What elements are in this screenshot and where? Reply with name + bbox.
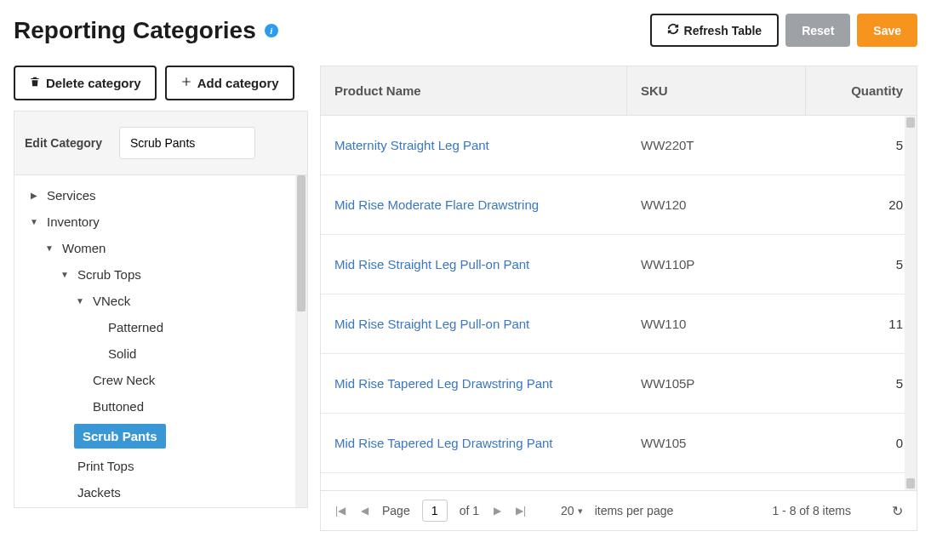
tree-item-services[interactable]: ▶Services bbox=[20, 182, 307, 209]
tree-item-label: Print Tops bbox=[74, 457, 137, 475]
product-sku: WW110P bbox=[627, 235, 806, 294]
caret-none bbox=[60, 432, 69, 441]
items-per-page-label: items per page bbox=[595, 504, 674, 517]
grid-scroll-up-icon[interactable] bbox=[906, 117, 915, 128]
tree-item-scrub-dresses[interactable]: Scrub Dresses bbox=[20, 506, 307, 507]
caret-down-icon[interactable]: ▼ bbox=[76, 297, 84, 306]
product-sku: WW105P bbox=[627, 354, 806, 413]
product-qty: 5 bbox=[806, 235, 917, 294]
tree-item-inventory[interactable]: ▼Inventory bbox=[20, 209, 307, 235]
page-label: Page bbox=[382, 504, 410, 517]
save-button[interactable]: Save bbox=[857, 14, 917, 47]
grid-header: Product Name SKU Quantity bbox=[321, 66, 917, 116]
table-row: Mid Rise Straight Leg Pull-on PantWW1101… bbox=[321, 294, 917, 354]
tree-item-scrub-tops[interactable]: ▼Scrub Tops bbox=[20, 261, 307, 288]
info-icon[interactable]: i bbox=[265, 24, 278, 37]
refresh-table-button[interactable]: Refresh Table bbox=[650, 14, 780, 47]
product-sku: WW120 bbox=[627, 175, 806, 234]
chevron-down-icon: ▾ bbox=[578, 506, 583, 517]
tree-item-print-tops[interactable]: Print Tops bbox=[20, 453, 307, 479]
header-actions: Refresh Table Reset Save bbox=[650, 14, 917, 47]
page-of: of 1 bbox=[460, 504, 479, 517]
tree-item-label: Scrub Pants bbox=[74, 424, 166, 449]
delete-category-button[interactable]: Delete category bbox=[14, 66, 157, 100]
tree-item-solid[interactable]: Solid bbox=[20, 340, 307, 367]
page-title-text: Reporting Categories bbox=[14, 17, 256, 44]
page-size-value: 20 bbox=[561, 504, 574, 517]
product-qty: 5 bbox=[806, 354, 917, 413]
tree-scrollbar[interactable] bbox=[295, 175, 307, 507]
tree-scroll-thumb[interactable] bbox=[297, 175, 306, 311]
tree-item-label: VNeck bbox=[89, 292, 134, 310]
tree-item-label: Jackets bbox=[74, 483, 124, 501]
tree-item-jackets[interactable]: Jackets bbox=[20, 479, 307, 506]
product-sku: WW110 bbox=[627, 294, 806, 353]
caret-down-icon[interactable]: ▼ bbox=[60, 271, 69, 279]
product-qty: 11 bbox=[806, 294, 917, 353]
tree-item-scrub-pants[interactable]: Scrub Pants bbox=[20, 420, 307, 453]
left-panel: Edit Category ▶Services▼Inventory▼Women▼… bbox=[14, 111, 308, 508]
col-product-name[interactable]: Product Name bbox=[321, 66, 627, 115]
table-row: Mid Rise Straight Leg Pull-on PantWW110P… bbox=[321, 235, 917, 294]
product-name-link[interactable]: Mid Rise Straight Leg Pull-on Pant bbox=[321, 294, 627, 353]
tree-item-crew-neck[interactable]: Crew Neck bbox=[20, 367, 307, 393]
edit-category-label: Edit Category bbox=[25, 136, 102, 150]
reset-button[interactable]: Reset bbox=[785, 14, 850, 47]
pager-summary: 1 - 8 of 8 items bbox=[772, 504, 851, 517]
product-name-link[interactable]: Mid Rise Tapered Leg Drawstring Pant bbox=[321, 354, 627, 413]
caret-down-icon[interactable]: ▼ bbox=[30, 218, 38, 226]
refresh-label: Refresh Table bbox=[684, 24, 763, 37]
tree-item-patterned[interactable]: Patterned bbox=[20, 314, 307, 340]
grid-scroll-down-icon[interactable] bbox=[906, 478, 915, 489]
col-quantity[interactable]: Quantity bbox=[806, 66, 917, 115]
edit-category-row: Edit Category bbox=[14, 111, 307, 175]
product-name-link[interactable]: Mid Rise Tapered Leg Drawstring Pant bbox=[321, 414, 627, 472]
category-tree: ▶Services▼Inventory▼Women▼Scrub Tops▼VNe… bbox=[14, 175, 307, 507]
caret-none bbox=[76, 376, 84, 385]
edit-category-input[interactable] bbox=[119, 127, 255, 159]
tree-item-label: Solid bbox=[105, 345, 140, 363]
caret-none bbox=[60, 462, 69, 471]
product-name-link[interactable]: Maternity Straight Leg Pant bbox=[321, 116, 627, 174]
add-category-label: Add category bbox=[197, 76, 279, 90]
tree-item-label: Inventory bbox=[43, 213, 103, 231]
page-next-icon[interactable]: ▶ bbox=[491, 505, 503, 517]
pager: |◀ ◀ Page of 1 ▶ ▶| 20 ▾ items per page … bbox=[321, 490, 917, 530]
tree-item-women[interactable]: ▼Women bbox=[20, 235, 307, 261]
col-sku[interactable]: SKU bbox=[627, 66, 806, 115]
page-last-icon[interactable]: ▶| bbox=[515, 505, 527, 517]
tree-item-label: Patterned bbox=[105, 318, 167, 336]
page-first-icon[interactable]: |◀ bbox=[334, 505, 346, 517]
delete-category-label: Delete category bbox=[46, 76, 141, 90]
add-category-button[interactable]: Add category bbox=[165, 66, 294, 100]
product-name-link[interactable]: Mid Rise Straight Leg Pull-on Pant bbox=[321, 235, 627, 294]
caret-down-icon[interactable]: ▼ bbox=[45, 244, 54, 253]
table-row: Mid Rise Moderate Flare DrawstringWW1202… bbox=[321, 175, 917, 235]
tree-item-label: Crew Neck bbox=[89, 371, 158, 389]
caret-none bbox=[91, 323, 100, 332]
product-name-link[interactable]: Mid Rise Moderate Flare Drawstring bbox=[321, 175, 627, 234]
product-sku: WW105 bbox=[627, 414, 806, 472]
caret-right-icon[interactable]: ▶ bbox=[30, 191, 38, 200]
product-grid: Product Name SKU Quantity Maternity Stra… bbox=[320, 66, 917, 531]
reload-icon[interactable]: ↻ bbox=[892, 503, 903, 519]
caret-none bbox=[60, 489, 69, 497]
table-row: Mid Rise Tapered Leg Drawstring PantWW10… bbox=[321, 354, 917, 414]
page-prev-icon[interactable]: ◀ bbox=[358, 505, 370, 517]
product-qty: 20 bbox=[806, 175, 917, 234]
table-row: Maternity Straight Leg PantWW220T5 bbox=[321, 116, 917, 175]
grid-body: Maternity Straight Leg PantWW220T5Mid Ri… bbox=[321, 116, 917, 473]
page-input[interactable] bbox=[422, 500, 448, 522]
category-toolbar: Delete category Add category bbox=[14, 66, 308, 100]
tree-item-label: Services bbox=[43, 186, 100, 204]
page-size-select[interactable]: 20 ▾ bbox=[561, 504, 583, 517]
tree-item-label: Scrub Tops bbox=[74, 266, 145, 283]
tree-item-label: Women bbox=[59, 239, 109, 257]
trash-icon bbox=[29, 76, 41, 90]
tree-item-buttoned[interactable]: Buttoned bbox=[20, 393, 307, 420]
refresh-icon bbox=[667, 23, 679, 37]
tree-item-vneck[interactable]: ▼VNeck bbox=[20, 288, 307, 314]
tree-item-label: Buttoned bbox=[89, 397, 147, 415]
plus-icon bbox=[180, 76, 192, 90]
grid-scrollbar[interactable] bbox=[905, 116, 917, 490]
